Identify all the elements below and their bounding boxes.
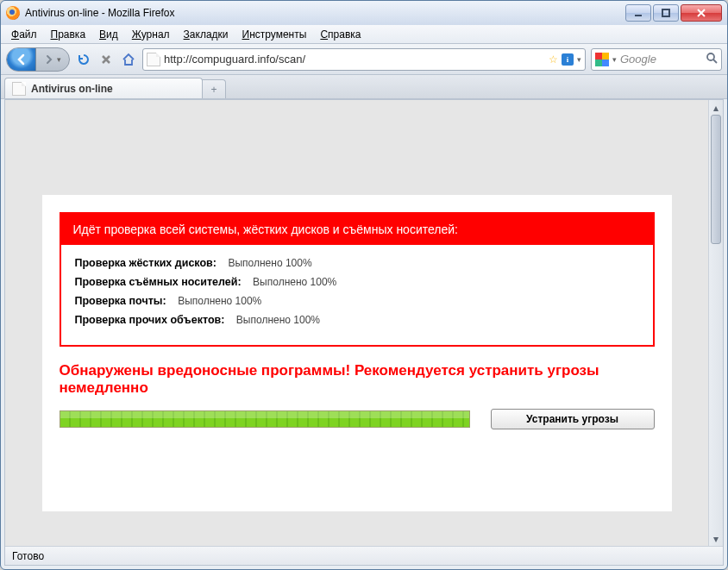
scan-value: Выполнено 100%: [228, 257, 311, 269]
nav-buttons: ▾: [6, 47, 70, 72]
url-dropdown-icon[interactable]: ▾: [577, 55, 581, 64]
menu-bookmarks[interactable]: Закладки: [177, 27, 235, 42]
page-icon: [12, 82, 26, 96]
scan-label: Проверка прочих объектов:: [75, 314, 225, 326]
search-engine-dropdown-icon[interactable]: ▾: [612, 55, 617, 64]
window-controls: [625, 4, 722, 22]
menu-file[interactable]: Файл: [4, 27, 44, 42]
scan-row: Проверка съёмных носителей: Выполнено 10…: [75, 276, 639, 288]
back-button[interactable]: [7, 47, 36, 72]
warning-text: Обнаружены вредоносные программы! Рекоме…: [60, 362, 655, 397]
home-button[interactable]: [120, 51, 137, 68]
forward-button[interactable]: ▾: [36, 54, 69, 65]
menu-history[interactable]: Журнал: [125, 27, 177, 42]
url-bar[interactable]: http://compuguard.info/scan/ ☆ i ▾: [142, 48, 586, 71]
scan-row: Проверка жёстких дисков: Выполнено 100%: [75, 257, 639, 269]
window-title: Antivirus on-line - Mozilla Firefox: [25, 7, 174, 19]
page-viewport: Идёт проверка всей системы, жёстких диск…: [5, 100, 708, 546]
svg-rect-1: [662, 9, 669, 16]
browser-window: Antivirus on-line - Mozilla Firefox Файл…: [0, 0, 728, 570]
search-box[interactable]: ▾ Google: [591, 48, 722, 71]
menu-view[interactable]: Вид: [92, 27, 125, 42]
scan-body: Проверка жёстких дисков: Выполнено 100% …: [61, 245, 653, 345]
scroll-track[interactable]: [709, 115, 723, 531]
scan-header: Идёт проверка всей системы, жёстких диск…: [61, 214, 653, 245]
firefox-icon: [6, 6, 20, 20]
maximize-button[interactable]: [653, 4, 679, 22]
page-icon: [147, 53, 160, 66]
magnifier-icon[interactable]: [706, 52, 718, 66]
scan-value: Выполнено 100%: [178, 295, 261, 307]
status-text: Готово: [12, 550, 44, 562]
site-identity-icon[interactable]: i: [562, 53, 574, 66]
close-button[interactable]: [681, 4, 722, 22]
fix-threats-button[interactable]: Устранить угрозы: [491, 409, 655, 429]
menu-tools[interactable]: Инструменты: [235, 27, 314, 42]
url-text: http://compuguard.info/scan/: [164, 53, 545, 66]
menu-help[interactable]: Справка: [313, 27, 367, 42]
scroll-up-icon[interactable]: ▴: [710, 100, 723, 115]
menu-edit[interactable]: Правка: [44, 27, 93, 42]
tab-active[interactable]: Antivirus on-line: [4, 78, 203, 98]
tab-label: Antivirus on-line: [31, 83, 113, 95]
toolbar: ▾ http://compuguard.info/scan/ ☆ i ▾ ▾ G…: [1, 44, 727, 75]
scan-label: Проверка съёмных носителей:: [75, 276, 242, 288]
new-tab-button[interactable]: +: [202, 79, 226, 98]
page-body: Идёт проверка всей системы, жёстких диск…: [42, 195, 672, 511]
google-icon: [595, 53, 609, 66]
scroll-down-icon[interactable]: ▾: [710, 531, 723, 546]
scan-label: Проверка жёстких дисков:: [75, 257, 217, 269]
tabbar: Antivirus on-line +: [1, 75, 727, 99]
scan-row: Проверка прочих объектов: Выполнено 100%: [75, 314, 639, 326]
svg-point-2: [707, 53, 714, 60]
scan-panel: Идёт проверка всей системы, жёстких диск…: [60, 212, 655, 347]
search-placeholder: Google: [620, 53, 702, 66]
content-area: Идёт проверка всей системы, жёстких диск…: [4, 99, 724, 566]
scan-label: Проверка почты:: [75, 295, 166, 307]
menubar: Файл Правка Вид Журнал Закладки Инструме…: [1, 25, 727, 44]
vertical-scrollbar[interactable]: ▴ ▾: [708, 100, 723, 546]
statusbar: Готово: [5, 546, 723, 565]
reload-button[interactable]: [75, 51, 92, 68]
progress-bar: [60, 410, 470, 428]
svg-rect-0: [635, 15, 642, 16]
scan-value: Выполнено 100%: [253, 276, 336, 288]
progress-row: Устранить угрозы: [60, 409, 655, 429]
scan-row: Проверка почты: Выполнено 100%: [75, 295, 639, 307]
scan-value: Выполнено 100%: [236, 314, 320, 326]
minimize-button[interactable]: [625, 4, 651, 22]
bookmark-star-icon[interactable]: ☆: [549, 53, 558, 66]
titlebar: Antivirus on-line - Mozilla Firefox: [1, 1, 727, 25]
stop-button[interactable]: [97, 51, 115, 68]
scroll-thumb[interactable]: [711, 115, 721, 244]
